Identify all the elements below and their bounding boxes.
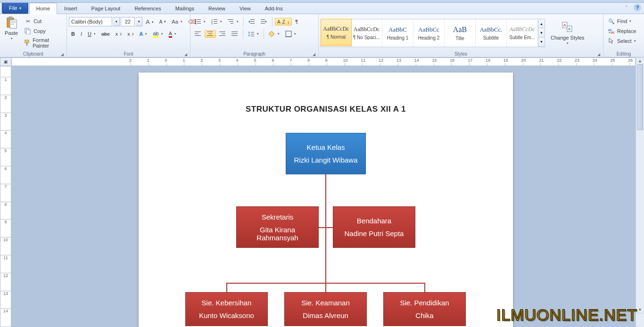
- justify-button[interactable]: [229, 30, 240, 38]
- underline-button[interactable]: U▾: [85, 30, 98, 38]
- paste-button[interactable]: Paste ▾: [2, 15, 21, 41]
- decrease-indent-button[interactable]: [246, 18, 257, 25]
- select-button[interactable]: Select▾: [605, 36, 638, 46]
- style-item[interactable]: AaBbCHeading 1: [382, 19, 413, 47]
- font-launcher-icon[interactable]: ◢: [184, 52, 187, 57]
- shading-button[interactable]: ▾: [266, 30, 282, 38]
- svg-rect-46: [251, 36, 254, 36]
- help-icon[interactable]: ?: [634, 4, 641, 11]
- bold-button[interactable]: B: [69, 30, 77, 38]
- org-node-mid-1[interactable]: Sekretaris Gita Kirana Rahmansyah: [236, 206, 319, 248]
- paragraph-launcher-icon[interactable]: ◢: [313, 52, 315, 57]
- font-size-dropdown-icon[interactable]: ▾: [136, 17, 142, 26]
- change-styles-label: Change Styles: [551, 35, 585, 41]
- font-family-input[interactable]: Calibri (Body): [69, 17, 112, 26]
- svg-rect-48: [286, 36, 291, 37]
- style-item[interactable]: AaBbCc.Subtitle: [476, 19, 507, 47]
- styles-launcher-icon[interactable]: ◢: [597, 52, 600, 57]
- tab-mailings[interactable]: Mailings: [168, 3, 201, 14]
- document-area[interactable]: STRUKTUR ORGANISASI KELAS XII A 1 Ketua …: [11, 66, 636, 327]
- gallery-down-icon[interactable]: ▼: [538, 28, 545, 37]
- grow-font-button[interactable]: A▴: [143, 17, 156, 26]
- find-label: Find: [617, 18, 627, 24]
- align-center-button[interactable]: [205, 30, 216, 38]
- superscript-button[interactable]: x2: [125, 30, 136, 38]
- svg-rect-44: [251, 32, 254, 33]
- clipboard-launcher-icon[interactable]: ◢: [61, 52, 64, 57]
- svg-rect-45: [251, 34, 254, 34]
- style-name: Subtitle: [483, 35, 499, 41]
- tab-insert[interactable]: Insert: [57, 3, 84, 14]
- font-size-input[interactable]: 22: [121, 17, 135, 26]
- style-item[interactable]: AaBbCcHeading 2: [413, 19, 445, 47]
- subscript-button[interactable]: x2: [113, 30, 124, 38]
- increase-indent-button[interactable]: [258, 18, 270, 25]
- align-left-button[interactable]: [192, 30, 204, 38]
- style-item[interactable]: AaBTitle: [445, 19, 476, 47]
- ruler-corner[interactable]: ▣: [0, 57, 11, 66]
- svg-rect-36: [207, 35, 213, 36]
- gallery-more-icon[interactable]: ▼: [538, 38, 545, 47]
- font-family-dropdown-icon[interactable]: ▾: [113, 17, 120, 26]
- format-painter-button[interactable]: Format Painter: [22, 36, 65, 49]
- org-role: Sekretaris: [239, 213, 315, 221]
- file-tab[interactable]: File ▾: [2, 3, 28, 14]
- tab-review[interactable]: Review: [201, 3, 232, 14]
- borders-button[interactable]: ▾: [283, 30, 298, 38]
- minimize-ribbon-icon[interactable]: ˆ: [622, 4, 631, 12]
- style-item[interactable]: AaBbCcDc¶ Normal: [321, 19, 352, 46]
- svg-rect-40: [231, 32, 238, 32]
- svg-rect-39: [219, 35, 225, 36]
- svg-text:A: A: [568, 27, 571, 31]
- multilevel-list-button[interactable]: ▾: [225, 18, 241, 25]
- style-name: Heading 2: [418, 35, 440, 41]
- org-node-bot-2[interactable]: Sie. Keamanan Dimas Alvreun: [284, 292, 367, 326]
- tab-home[interactable]: Home: [29, 3, 57, 14]
- shrink-font-button[interactable]: A▾: [157, 18, 169, 25]
- font-color-button[interactable]: A▾: [166, 30, 179, 39]
- numbering-button[interactable]: 123▾: [209, 18, 224, 25]
- org-node-top[interactable]: Ketua Kelas Rizki Langit Wibawa: [286, 133, 366, 174]
- style-item[interactable]: AaBbCcDcSubtle Em...: [507, 19, 538, 47]
- copy-button[interactable]: Copy: [22, 26, 65, 36]
- gallery-up-icon[interactable]: ▲: [538, 19, 545, 28]
- svg-text:3: 3: [211, 22, 213, 25]
- tab-add-ins[interactable]: Add-Ins: [258, 3, 290, 14]
- change-styles-button[interactable]: AA Change Styles ▾: [548, 20, 587, 46]
- tab-view[interactable]: View: [232, 3, 258, 14]
- highlight-button[interactable]: ab▾: [150, 30, 165, 39]
- replace-button[interactable]: abacReplace: [605, 26, 638, 36]
- find-button[interactable]: 🔍Find▾: [605, 16, 634, 26]
- page[interactable]: STRUKTUR ORGANISASI KELAS XII A 1 Ketua …: [139, 73, 513, 327]
- org-node-bot-1[interactable]: Sie. Kebersihan Kunto Wicaksono: [185, 292, 268, 326]
- style-preview: AaBbCcDc: [510, 26, 535, 33]
- italic-button[interactable]: I: [78, 30, 84, 38]
- style-item[interactable]: AaBbCcDc¶ No Spaci...: [351, 19, 382, 47]
- svg-rect-7: [26, 30, 30, 34]
- org-chart[interactable]: Ketua Kelas Rizki Langit Wibawa Sekretar…: [175, 133, 477, 321]
- styles-gallery[interactable]: AaBbCcDc¶ NormalAaBbCcDc¶ No Spaci...AaB…: [321, 19, 545, 47]
- change-case-button[interactable]: Aa▾: [169, 18, 184, 25]
- horizontal-ruler[interactable]: 2101234567891011121314151617181920212223…: [11, 57, 636, 66]
- cut-button[interactable]: ✂ Cut: [22, 16, 65, 26]
- vertical-scrollbar[interactable]: ▲ ▼: [636, 57, 644, 327]
- svg-rect-31: [195, 32, 201, 32]
- vertical-ruler[interactable]: 1234567891011121314: [0, 66, 11, 327]
- group-styles: AaBbCcDc¶ NormalAaBbCcDc¶ No Spaci...AaB…: [319, 14, 603, 57]
- text-effects-button[interactable]: A▾: [137, 30, 150, 38]
- svg-rect-25: [250, 19, 255, 20]
- show-marks-button[interactable]: ¶: [293, 18, 300, 25]
- tab-references[interactable]: References: [127, 3, 168, 14]
- scroll-thumb[interactable]: [637, 64, 643, 130]
- scroll-up-icon[interactable]: ▲: [636, 57, 644, 64]
- line-spacing-button[interactable]: ▾: [246, 30, 261, 38]
- bullets-button[interactable]: ▾: [192, 18, 208, 25]
- org-node-mid-2[interactable]: Bendahara Nadine Putri Septa: [333, 206, 415, 248]
- sort-button[interactable]: AZ↓: [275, 18, 292, 25]
- tab-page-layout[interactable]: Page Layout: [84, 3, 128, 14]
- align-right-button[interactable]: [217, 30, 228, 38]
- svg-point-10: [195, 19, 197, 21]
- paste-dropdown-icon[interactable]: ▾: [11, 37, 13, 41]
- strikethrough-button[interactable]: abc: [99, 30, 112, 38]
- org-node-bot-3[interactable]: Sie. Pendidikan Chika: [383, 292, 466, 326]
